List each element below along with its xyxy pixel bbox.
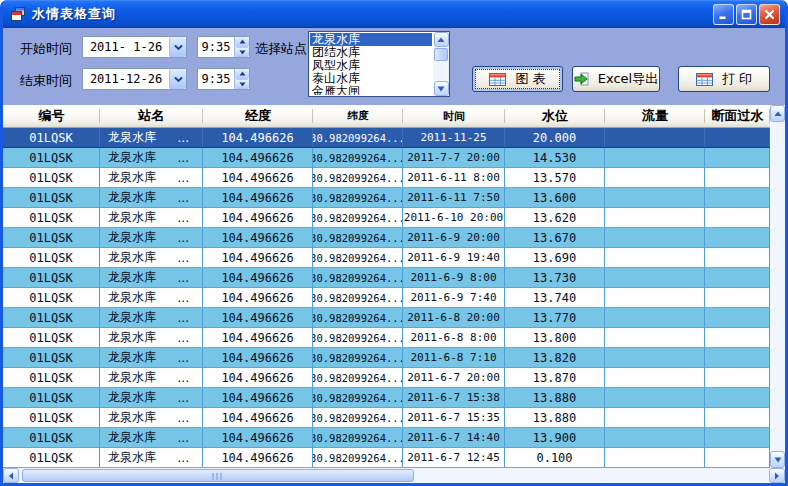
station-listbox[interactable]: 龙泉水库团结水库凤型水库泰山水库金雁大闸 [308, 31, 450, 97]
end-time-label: 结束时间 [20, 72, 72, 90]
maximize-button[interactable] [736, 4, 757, 25]
cell: 13.800 [505, 328, 605, 347]
column-header-1[interactable]: 站名 [100, 105, 203, 127]
column-header-3[interactable]: 纬度 [313, 105, 403, 127]
column-header-2[interactable]: 经度 [203, 105, 313, 127]
table-row[interactable]: 01LQSK龙泉水库...104.49662630.982099264...20… [3, 188, 770, 208]
start-time-spin-down-button[interactable] [235, 47, 249, 58]
cell: 01LQSK [3, 388, 100, 407]
cell: 2011-6-8 20:00 [403, 308, 505, 327]
start-date-dropdown-button[interactable] [169, 37, 186, 57]
table-row[interactable]: 01LQSK龙泉水库...104.49662630.982099264...20… [3, 288, 770, 308]
cell: 2011-6-8 8:00 [403, 328, 505, 347]
cell: 13.880 [505, 388, 605, 407]
cell: 104.496626 [203, 368, 313, 387]
cell: 104.496626 [203, 308, 313, 327]
cell [705, 388, 770, 407]
end-date-picker[interactable]: 2011-12-26 [82, 68, 187, 90]
scroll-down-button[interactable] [770, 451, 785, 468]
scroll-left-button[interactable] [3, 468, 19, 483]
cell: 104.496626 [203, 248, 313, 267]
start-time-spinner[interactable]: 9:35 [197, 36, 250, 58]
table-row[interactable]: 01LQSK龙泉水库...104.49662630.982099264...20… [3, 128, 770, 148]
cell: 104.496626 [203, 128, 313, 147]
scroll-up-button[interactable] [434, 32, 449, 47]
cell: 104.496626 [203, 228, 313, 247]
cell: 龙泉水库... [100, 348, 203, 367]
cell [605, 428, 705, 447]
cell: 龙泉水库... [100, 188, 203, 207]
table-row[interactable]: 01LQSK龙泉水库...104.49662630.982099264...20… [3, 168, 770, 188]
start-time-spin-up-button[interactable] [235, 37, 249, 47]
chevron-right-icon [774, 472, 780, 480]
cell: 30.982099264... [313, 188, 403, 207]
station-listbox-scrollbar[interactable] [433, 32, 449, 96]
vertical-scrollbar[interactable] [770, 105, 785, 468]
table-row[interactable]: 01LQSK龙泉水库...104.49662630.982099264...20… [3, 148, 770, 168]
table-row[interactable]: 01LQSK龙泉水库...104.49662630.982099264...20… [3, 328, 770, 348]
scroll-down-button[interactable] [434, 81, 449, 96]
chevron-up-icon [437, 37, 445, 43]
table-body: 01LQSK龙泉水库...104.49662630.982099264...20… [3, 128, 770, 468]
cell: 14.530 [505, 148, 605, 167]
column-header-0[interactable]: 编号 [3, 105, 100, 127]
cell: 30.982099264... [313, 408, 403, 427]
table-row[interactable]: 01LQSK龙泉水库...104.49662630.982099264...20… [3, 388, 770, 408]
station-option[interactable]: 金雁大闸 [310, 85, 432, 95]
cell: 龙泉水库... [100, 268, 203, 287]
excel-export-button[interactable]: Excel导出 [572, 66, 660, 92]
cell: 2011-6-9 20:00 [403, 228, 505, 247]
column-header-4[interactable]: 时间 [403, 105, 505, 127]
scroll-thumb[interactable] [434, 48, 448, 61]
table-row[interactable]: 01LQSK龙泉水库...104.49662630.982099264...20… [3, 268, 770, 288]
cell: 13.770 [505, 308, 605, 327]
cell: 2011-6-7 12:45 [403, 448, 505, 467]
table-row[interactable]: 01LQSK龙泉水库...104.49662630.982099264...20… [3, 228, 770, 248]
cell [705, 448, 770, 467]
close-button[interactable] [759, 4, 780, 25]
cell: 13.670 [505, 228, 605, 247]
table-row[interactable]: 01LQSK龙泉水库...104.49662630.982099264...20… [3, 408, 770, 428]
end-date-dropdown-button[interactable] [169, 69, 186, 89]
table-row[interactable]: 01LQSK龙泉水库...104.49662630.982099264...20… [3, 368, 770, 388]
start-date-picker[interactable]: 2011- 1-26 [82, 36, 187, 58]
cell: 13.900 [505, 428, 605, 447]
scroll-track[interactable] [19, 468, 769, 483]
table-row[interactable]: 01LQSK龙泉水库...104.49662630.982099264...20… [3, 348, 770, 368]
column-header-5[interactable]: 水位 [505, 105, 605, 127]
cell [705, 208, 770, 227]
minimize-button[interactable] [713, 4, 734, 25]
horizontal-scrollbar[interactable] [3, 468, 785, 483]
end-time-spinner[interactable]: 9:35 [197, 68, 250, 90]
table-row[interactable]: 01LQSK龙泉水库...104.49662630.982099264...20… [3, 428, 770, 448]
cell: 30.982099264... [313, 308, 403, 327]
cell [605, 368, 705, 387]
scroll-right-button[interactable] [769, 468, 785, 483]
table-row[interactable]: 01LQSK龙泉水库...104.49662630.982099264...20… [3, 308, 770, 328]
column-header-6[interactable]: 流量 [605, 105, 705, 127]
cell: 2011-6-7 15:35 [403, 408, 505, 427]
scroll-thumb[interactable] [22, 469, 414, 482]
end-time-spin-up-button[interactable] [235, 69, 249, 79]
print-button[interactable]: 打 印 [678, 66, 770, 92]
cell: 13.600 [505, 188, 605, 207]
cell [605, 288, 705, 307]
column-header-7[interactable]: 断面过水 [705, 105, 770, 127]
chart-button[interactable]: 图 表 [472, 66, 563, 92]
cell [605, 348, 705, 367]
cell: 2011-6-10 20:00 [403, 208, 505, 227]
table-header: 编号站名经度纬度时间水位流量断面过水 [3, 105, 770, 128]
cell: 2011-6-8 7:10 [403, 348, 505, 367]
table-row[interactable]: 01LQSK龙泉水库...104.49662630.982099264...20… [3, 448, 770, 468]
table-row[interactable]: 01LQSK龙泉水库...104.49662630.982099264...20… [3, 248, 770, 268]
cell: 01LQSK [3, 208, 100, 227]
cell: 01LQSK [3, 308, 100, 327]
end-time-spin-down-button[interactable] [235, 79, 249, 90]
chevron-down-icon [174, 76, 183, 83]
scroll-up-button[interactable] [770, 105, 785, 122]
cell: 01LQSK [3, 368, 100, 387]
cell: 104.496626 [203, 448, 313, 467]
cell: 30.982099264... [313, 248, 403, 267]
table-row[interactable]: 01LQSK龙泉水库...104.49662630.982099264...20… [3, 208, 770, 228]
cell: 104.496626 [203, 268, 313, 287]
